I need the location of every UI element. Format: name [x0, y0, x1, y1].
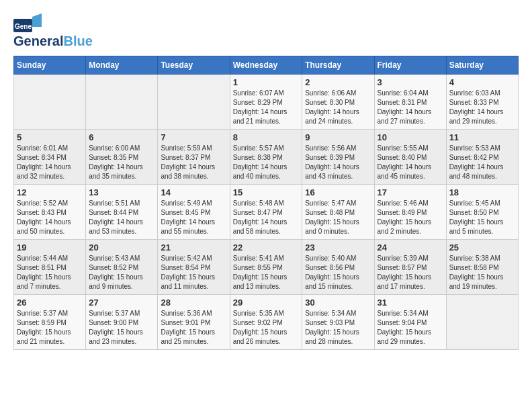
- calendar-cell: 26Sunrise: 5:37 AMSunset: 8:59 PMDayligh…: [14, 295, 86, 350]
- weekday-header-friday: Friday: [374, 56, 446, 75]
- calendar-cell: 8Sunrise: 5:57 AMSunset: 8:38 PMDaylight…: [230, 130, 302, 185]
- day-info: Sunrise: 5:38 AMSunset: 8:58 PMDaylight:…: [449, 254, 515, 291]
- calendar-header-row: SundayMondayTuesdayWednesdayThursdayFrid…: [14, 56, 519, 75]
- weekday-header-monday: Monday: [86, 56, 158, 75]
- calendar-cell: 24Sunrise: 5:39 AMSunset: 8:57 PMDayligh…: [374, 240, 446, 295]
- day-number: 18: [449, 187, 515, 197]
- day-number: 3: [378, 77, 443, 87]
- day-info: Sunrise: 6:03 AMSunset: 8:33 PMDaylight:…: [449, 89, 515, 126]
- calendar-cell: 14Sunrise: 5:49 AMSunset: 8:45 PMDayligh…: [158, 185, 230, 240]
- day-number: 1: [233, 77, 300, 87]
- day-number: 11: [449, 132, 515, 142]
- day-info: Sunrise: 5:53 AMSunset: 8:42 PMDaylight:…: [449, 144, 515, 181]
- day-info: Sunrise: 5:34 AMSunset: 9:03 PMDaylight:…: [305, 309, 371, 347]
- day-info: Sunrise: 5:56 AMSunset: 8:39 PMDaylight:…: [305, 144, 371, 181]
- svg-marker-2: [32, 13, 42, 27]
- day-number: 28: [161, 298, 226, 308]
- day-info: Sunrise: 5:51 AMSunset: 8:44 PMDaylight:…: [89, 199, 154, 236]
- day-info: Sunrise: 5:37 AMSunset: 9:00 PMDaylight:…: [89, 309, 154, 347]
- day-number: 30: [305, 298, 371, 308]
- day-info: Sunrise: 5:37 AMSunset: 8:59 PMDaylight:…: [17, 309, 83, 347]
- weekday-header-tuesday: Tuesday: [158, 56, 230, 75]
- weekday-header-wednesday: Wednesday: [230, 56, 302, 75]
- day-number: 8: [233, 132, 300, 142]
- logo-icon: General: [13, 13, 42, 34]
- day-number: 29: [233, 298, 300, 308]
- day-info: Sunrise: 5:43 AMSunset: 8:52 PMDaylight:…: [89, 254, 154, 291]
- logo-blue: Blue: [63, 34, 92, 49]
- calendar-cell: 28Sunrise: 5:36 AMSunset: 9:01 PMDayligh…: [158, 295, 230, 350]
- weekday-header-sunday: Sunday: [14, 56, 86, 75]
- day-info: Sunrise: 5:45 AMSunset: 8:50 PMDaylight:…: [449, 199, 515, 236]
- day-number: 10: [378, 132, 443, 142]
- day-info: Sunrise: 5:57 AMSunset: 8:38 PMDaylight:…: [233, 144, 300, 181]
- calendar-cell: [86, 75, 158, 130]
- calendar-cell: 10Sunrise: 5:55 AMSunset: 8:40 PMDayligh…: [374, 130, 446, 185]
- calendar-cell: 22Sunrise: 5:41 AMSunset: 8:55 PMDayligh…: [230, 240, 302, 295]
- day-number: 14: [161, 187, 226, 197]
- calendar-week-2: 5Sunrise: 6:01 AMSunset: 8:34 PMDaylight…: [14, 130, 519, 185]
- weekday-header-saturday: Saturday: [446, 56, 518, 75]
- calendar-cell: 4Sunrise: 6:03 AMSunset: 8:33 PMDaylight…: [446, 75, 518, 130]
- day-info: Sunrise: 6:07 AMSunset: 8:29 PMDaylight:…: [233, 89, 300, 126]
- calendar-cell: 15Sunrise: 5:48 AMSunset: 8:47 PMDayligh…: [230, 185, 302, 240]
- calendar-table: SundayMondayTuesdayWednesdayThursdayFrid…: [13, 56, 519, 350]
- day-info: Sunrise: 6:01 AMSunset: 8:34 PMDaylight:…: [17, 144, 83, 181]
- day-number: 20: [89, 242, 154, 253]
- day-info: Sunrise: 5:47 AMSunset: 8:48 PMDaylight:…: [305, 199, 371, 236]
- day-number: 22: [233, 242, 300, 253]
- day-number: 31: [378, 298, 443, 308]
- day-info: Sunrise: 5:59 AMSunset: 8:37 PMDaylight:…: [161, 144, 226, 181]
- day-number: 21: [161, 242, 226, 253]
- day-number: 19: [17, 242, 83, 253]
- day-info: Sunrise: 5:35 AMSunset: 9:02 PMDaylight:…: [233, 309, 300, 347]
- day-number: 4: [449, 77, 515, 87]
- day-info: Sunrise: 6:00 AMSunset: 8:35 PMDaylight:…: [89, 144, 154, 181]
- calendar-cell: 18Sunrise: 5:45 AMSunset: 8:50 PMDayligh…: [446, 185, 518, 240]
- calendar-cell: 30Sunrise: 5:34 AMSunset: 9:03 PMDayligh…: [302, 295, 374, 350]
- day-number: 16: [305, 187, 371, 197]
- day-info: Sunrise: 5:34 AMSunset: 9:04 PMDaylight:…: [378, 309, 443, 347]
- day-number: 6: [89, 132, 154, 142]
- day-number: 23: [305, 242, 371, 253]
- day-number: 15: [233, 187, 300, 197]
- calendar-cell: 21Sunrise: 5:42 AMSunset: 8:54 PMDayligh…: [158, 240, 230, 295]
- day-number: 7: [161, 132, 226, 142]
- day-info: Sunrise: 5:44 AMSunset: 8:51 PMDaylight:…: [17, 254, 83, 291]
- day-number: 5: [17, 132, 83, 142]
- weekday-header-thursday: Thursday: [302, 56, 374, 75]
- day-info: Sunrise: 5:46 AMSunset: 8:49 PMDaylight:…: [378, 199, 443, 236]
- calendar-cell: [446, 295, 518, 350]
- day-info: Sunrise: 5:55 AMSunset: 8:40 PMDaylight:…: [378, 144, 443, 181]
- day-info: Sunrise: 5:42 AMSunset: 8:54 PMDaylight:…: [161, 254, 226, 291]
- day-number: 17: [378, 187, 443, 197]
- calendar-cell: 13Sunrise: 5:51 AMSunset: 8:44 PMDayligh…: [86, 185, 158, 240]
- calendar-week-1: 1Sunrise: 6:07 AMSunset: 8:29 PMDaylight…: [14, 75, 519, 130]
- calendar-cell: 1Sunrise: 6:07 AMSunset: 8:29 PMDaylight…: [230, 75, 302, 130]
- calendar-cell: 2Sunrise: 6:06 AMSunset: 8:30 PMDaylight…: [302, 75, 374, 130]
- calendar-week-5: 26Sunrise: 5:37 AMSunset: 8:59 PMDayligh…: [14, 295, 519, 350]
- calendar-cell: 6Sunrise: 6:00 AMSunset: 8:35 PMDaylight…: [86, 130, 158, 185]
- day-number: 12: [17, 187, 83, 197]
- day-number: 2: [305, 77, 371, 87]
- logo-general: General: [13, 34, 63, 49]
- day-number: 27: [89, 298, 154, 308]
- calendar-cell: 19Sunrise: 5:44 AMSunset: 8:51 PMDayligh…: [14, 240, 86, 295]
- calendar-cell: 5Sunrise: 6:01 AMSunset: 8:34 PMDaylight…: [14, 130, 86, 185]
- calendar-cell: [158, 75, 230, 130]
- day-number: 24: [378, 242, 443, 253]
- calendar-cell: 29Sunrise: 5:35 AMSunset: 9:02 PMDayligh…: [230, 295, 302, 350]
- calendar-cell: 23Sunrise: 5:40 AMSunset: 8:56 PMDayligh…: [302, 240, 374, 295]
- day-info: Sunrise: 5:36 AMSunset: 9:01 PMDaylight:…: [161, 309, 226, 347]
- calendar-cell: 16Sunrise: 5:47 AMSunset: 8:48 PMDayligh…: [302, 185, 374, 240]
- page-header: General General Blue: [13, 13, 519, 49]
- calendar-cell: 3Sunrise: 6:04 AMSunset: 8:31 PMDaylight…: [374, 75, 446, 130]
- day-number: 13: [89, 187, 154, 197]
- day-info: Sunrise: 6:04 AMSunset: 8:31 PMDaylight:…: [378, 89, 443, 126]
- day-info: Sunrise: 5:52 AMSunset: 8:43 PMDaylight:…: [17, 199, 83, 236]
- calendar-cell: 12Sunrise: 5:52 AMSunset: 8:43 PMDayligh…: [14, 185, 86, 240]
- calendar-cell: 27Sunrise: 5:37 AMSunset: 9:00 PMDayligh…: [86, 295, 158, 350]
- calendar-week-4: 19Sunrise: 5:44 AMSunset: 8:51 PMDayligh…: [14, 240, 519, 295]
- calendar-cell: 7Sunrise: 5:59 AMSunset: 8:37 PMDaylight…: [158, 130, 230, 185]
- day-info: Sunrise: 5:39 AMSunset: 8:57 PMDaylight:…: [378, 254, 443, 291]
